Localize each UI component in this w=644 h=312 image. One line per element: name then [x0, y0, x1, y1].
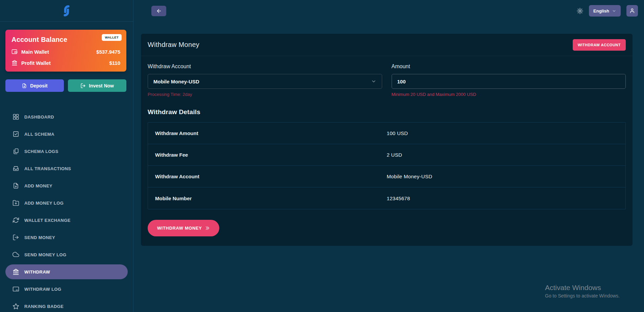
sidebar-item-label: ALL TRANSACTIONS	[24, 166, 71, 171]
star-icon	[13, 303, 19, 310]
arrow-left-icon	[156, 8, 162, 14]
withdraw-money-button[interactable]: WITHDRAW MONEY	[148, 220, 219, 236]
sidebar-header	[0, 0, 133, 22]
amount-field: Amount Minimum 20 USD and Maximum 2000 U…	[392, 63, 626, 97]
double-chevron-right-icon	[205, 226, 210, 231]
language-dropdown[interactable]: English	[589, 5, 621, 17]
inbox-icon	[13, 165, 19, 172]
detail-row: Mobile Number 12345678	[148, 187, 625, 209]
sidebar-item-add-money[interactable]: ADD MONEY	[5, 178, 128, 193]
theme-toggle-button[interactable]	[577, 8, 583, 14]
selected-account: Mobile Money-USD	[153, 79, 199, 84]
back-button[interactable]	[151, 6, 166, 16]
copy-icon	[13, 148, 19, 155]
balance-value: $537.9475	[96, 49, 120, 55]
sidebar-item-label: WITHDRAW LOG	[24, 287, 61, 292]
exchange-icon	[13, 217, 19, 224]
folder-plus-icon	[13, 200, 19, 206]
sidebar-item-label: ADD MONEY	[24, 183, 52, 188]
withdraw-account-button[interactable]: WITHDRAW ACCOUNT	[573, 39, 626, 51]
withdraw-details-title: Withdraw Details	[148, 108, 626, 116]
card-header: Withdraw Money WITHDRAW ACCOUNT	[141, 34, 633, 56]
sidebar-item-schema-logs[interactable]: SCHEMA LOGS	[5, 144, 128, 159]
sidebar-item-wallet-exchange[interactable]: WALLET EXCHANGE	[5, 213, 128, 228]
detail-value: 12345678	[387, 196, 410, 201]
detail-label: Withdraw Amount	[148, 130, 387, 136]
withdraw-form: Withdraw Account Mobile Money-USD Proces…	[141, 56, 633, 97]
balance-value: $110	[109, 60, 120, 66]
detail-label: Mobile Number	[148, 196, 387, 201]
cloud-icon	[13, 251, 19, 258]
min-max-hint: Minimum 20 USD and Maximum 2000 USD	[392, 92, 626, 97]
sidebar-item-dashboard[interactable]: DASHBOARD	[5, 109, 128, 124]
withdraw-account-label: Withdraw Account	[148, 63, 382, 70]
amount-label: Amount	[392, 63, 626, 70]
activate-windows-watermark: Activate Windows Go to Settings to activ…	[545, 284, 620, 298]
sidebar-item-label: SCHEMA LOGS	[24, 149, 58, 154]
invest-now-button[interactable]: Invest Now	[68, 79, 126, 92]
watermark-line1: Activate Windows	[545, 284, 620, 292]
balance-rows: Main Wallet $537.9475 Profit Wallet $110	[11, 49, 120, 66]
detail-row: Withdraw Account Mobile Money-USD	[148, 166, 625, 187]
user-icon	[629, 8, 635, 14]
sidebar-item-send-money[interactable]: SEND MONEY	[5, 230, 128, 245]
withdraw-account-field: Withdraw Account Mobile Money-USD Proces…	[148, 63, 382, 97]
detail-label: Withdraw Account	[148, 174, 387, 179]
action-label: Invest Now	[89, 83, 114, 88]
balance-label: Main Wallet	[21, 49, 49, 55]
sidebar-item-all-transactions[interactable]: ALL TRANSACTIONS	[5, 161, 128, 176]
sidebar-menu: DASHBOARD ALL SCHEMA SCHEMA LOGS ALL TRA…	[0, 109, 133, 312]
withdraw-money-label: WITHDRAW MONEY	[157, 226, 202, 231]
balance-row: Main Wallet $537.9475	[11, 49, 120, 55]
sidebar-item-label: SEND MONEY	[24, 235, 55, 240]
sidebar: Account Balance WALLET Main Wallet $537.…	[0, 0, 133, 312]
sidebar-item-ranking-badge[interactable]: RANKING BADGE	[5, 299, 128, 312]
action-label: Deposit	[30, 83, 47, 88]
sidebar-item-label: WALLET EXCHANGE	[24, 218, 71, 223]
bank-icon	[11, 60, 18, 66]
detail-label: Withdraw Fee	[148, 152, 387, 158]
chevron-down-icon	[612, 9, 616, 13]
sun-icon	[577, 8, 583, 14]
balance-row: Profit Wallet $110	[11, 60, 120, 66]
wallet-icon	[11, 49, 18, 55]
watermark-line2: Go to Settings to activate Windows.	[545, 293, 620, 298]
sidebar-item-label: ADD MONEY LOG	[24, 201, 64, 206]
sidebar-item-label: WITHDRAW	[24, 269, 50, 275]
detail-row: Withdraw Fee 2 USD	[148, 144, 625, 166]
credit-card-icon	[13, 286, 19, 292]
bank-icon	[13, 268, 19, 275]
wallet-badge: WALLET	[102, 34, 122, 41]
sidebar-item-label: DASHBOARD	[24, 114, 54, 120]
account-balance-card: Account Balance WALLET Main Wallet $537.…	[5, 30, 126, 72]
detail-value: 100 USD	[387, 130, 408, 136]
deposit-button[interactable]: Deposit	[5, 79, 64, 92]
sidebar-item-withdraw-log[interactable]: WITHDRAW LOG	[5, 282, 128, 296]
sidebar-item-all-schema[interactable]: ALL SCHEMA	[5, 127, 128, 141]
processing-time-hint: Processing Time: 2day	[148, 92, 382, 97]
grid-icon	[13, 113, 19, 120]
sidebar-item-label: SEND MONEY LOG	[24, 252, 67, 257]
amount-input[interactable]	[392, 74, 626, 89]
withdraw-money-card: Withdraw Money WITHDRAW ACCOUNT Withdraw…	[141, 34, 633, 246]
sidebar-actions: Deposit Invest Now	[5, 79, 126, 92]
send-icon	[13, 234, 19, 241]
file-plus-icon	[22, 83, 27, 88]
sidebar-item-withdraw[interactable]: WITHDRAW	[5, 264, 128, 279]
sidebar-item-add-money-log[interactable]: ADD MONEY LOG	[5, 196, 128, 210]
withdraw-account-select[interactable]: Mobile Money-USD	[148, 74, 382, 89]
chevron-down-icon	[371, 79, 376, 84]
withdraw-details-table: Withdraw Amount 100 USDWithdraw Fee 2 US…	[148, 122, 626, 209]
topbar-right: English	[577, 5, 638, 17]
detail-row: Withdraw Amount 100 USD	[148, 123, 625, 144]
profile-button[interactable]	[626, 5, 638, 17]
brand-logo-icon[interactable]	[59, 4, 74, 18]
file-plus-icon	[13, 182, 19, 189]
language-label: English	[593, 8, 609, 14]
send-icon	[80, 83, 86, 88]
page-title: Withdraw Money	[148, 41, 199, 49]
detail-value: Mobile Money-USD	[387, 174, 432, 179]
sidebar-item-label: RANKING BADGE	[24, 304, 64, 309]
sidebar-item-send-money-log[interactable]: SEND MONEY LOG	[5, 247, 128, 262]
detail-value: 2 USD	[387, 152, 402, 158]
